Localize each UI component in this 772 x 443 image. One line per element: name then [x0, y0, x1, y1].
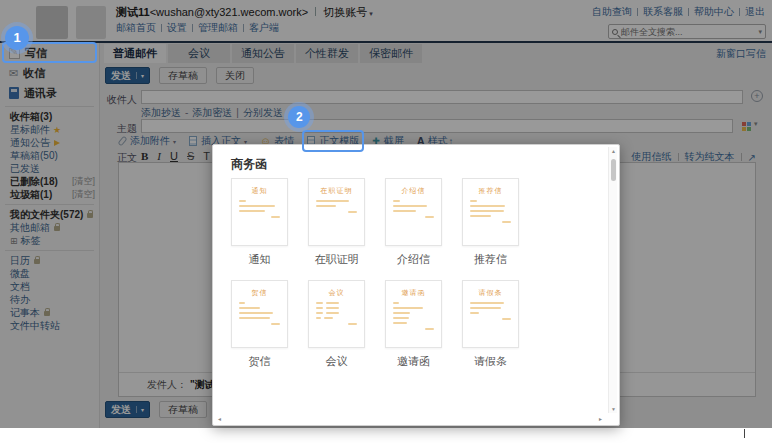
- template-preview-title: 邀请函: [386, 288, 441, 298]
- template-preview-title: 推荐信: [463, 186, 518, 196]
- template-preview-lines: [232, 200, 287, 212]
- template-signature-line: [425, 328, 434, 330]
- template-preview-title: 介绍信: [386, 186, 441, 196]
- template-preview-lines: [386, 200, 441, 212]
- template-column: 通知通知: [231, 178, 288, 267]
- modal-title: 商务函: [231, 156, 267, 173]
- template-preview-lines: [309, 200, 364, 207]
- template-signature-line: [348, 211, 357, 213]
- modal-horizontal-scrollbar[interactable]: ◄ ►: [215, 415, 605, 423]
- template-signature-line: [271, 323, 280, 325]
- template-signature-line: [502, 221, 511, 223]
- template-modal: 商务函 通知通知在职证明在职证明介绍信介绍信推荐信推荐信贺信贺信会议会议邀请函邀…: [212, 144, 620, 426]
- scroll-right-icon[interactable]: ►: [598, 415, 603, 423]
- template-card[interactable]: 在职证明: [308, 178, 365, 246]
- scroll-down-icon[interactable]: ▼: [609, 406, 618, 412]
- template-preview-title: 在职证明: [309, 186, 364, 196]
- modal-vertical-scrollbar[interactable]: ▲ ▼: [608, 147, 617, 413]
- template-signature-line: [425, 216, 434, 218]
- template-preview-lines: [309, 302, 364, 319]
- template-signature-line: [502, 318, 511, 320]
- template-preview-lines: [232, 302, 287, 319]
- tour-highlight-template-button: [302, 130, 364, 152]
- template-card-label: 贺信: [231, 354, 288, 369]
- template-card[interactable]: 推荐信: [462, 178, 519, 246]
- template-card-label: 推荐信: [462, 252, 519, 267]
- stray-cursor-mark: [744, 429, 745, 438]
- template-column: 在职证明在职证明: [308, 178, 365, 267]
- template-card-label: 邀请函: [385, 354, 442, 369]
- template-card[interactable]: 邀请函: [385, 280, 442, 348]
- template-card-label: 介绍信: [385, 252, 442, 267]
- template-signature-line: [348, 323, 357, 325]
- template-grid: 通知通知在职证明在职证明介绍信介绍信推荐信推荐信贺信贺信会议会议邀请函邀请函请假…: [231, 178, 571, 382]
- template-card-label: 在职证明: [308, 252, 365, 267]
- template-card-label: 请假条: [462, 354, 519, 369]
- screenshot-root: 测试11<wushan@xty321.wecom.work>切换账号▾ 邮箱首页…: [0, 0, 772, 443]
- template-card[interactable]: 会议: [308, 280, 365, 348]
- template-card-label: 通知: [231, 252, 288, 267]
- template-column: 贺信贺信: [231, 280, 288, 369]
- template-column: 会议会议: [308, 280, 365, 369]
- template-column: 介绍信介绍信: [385, 178, 442, 267]
- template-preview-lines: [386, 302, 441, 324]
- template-column: 推荐信推荐信: [462, 178, 519, 267]
- template-preview-title: 会议: [309, 288, 364, 298]
- template-card[interactable]: 通知: [231, 178, 288, 246]
- template-card-label: 会议: [308, 354, 365, 369]
- tour-step-1-badge: 1: [5, 26, 29, 50]
- template-card[interactable]: 介绍信: [385, 178, 442, 246]
- template-preview-title: 请假条: [463, 288, 518, 298]
- scroll-up-icon[interactable]: ▲: [609, 148, 618, 154]
- scrollbar-thumb[interactable]: [611, 159, 616, 181]
- scroll-left-icon[interactable]: ◄: [217, 415, 222, 423]
- template-card[interactable]: 贺信: [231, 280, 288, 348]
- template-preview-title: 贺信: [232, 288, 287, 298]
- template-card[interactable]: 请假条: [462, 280, 519, 348]
- template-preview-title: 通知: [232, 186, 287, 196]
- template-column: 邀请函邀请函: [385, 280, 442, 369]
- template-preview-lines: [463, 200, 518, 217]
- template-column: 请假条请假条: [462, 280, 519, 369]
- template-preview-lines: [463, 302, 518, 314]
- template-signature-line: [271, 216, 280, 218]
